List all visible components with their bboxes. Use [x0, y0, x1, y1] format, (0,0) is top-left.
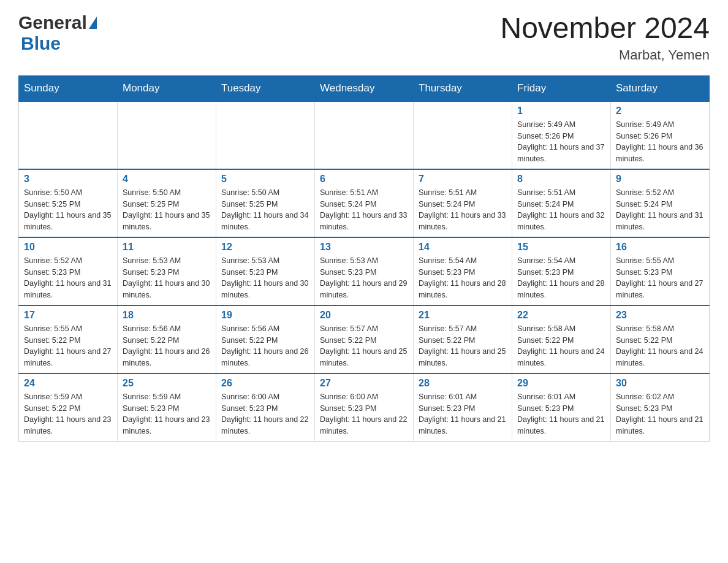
column-header-sunday: Sunday — [19, 75, 118, 101]
day-number: 7 — [419, 174, 507, 185]
day-number: 12 — [221, 242, 309, 253]
calendar-cell: 13Sunrise: 5:53 AM Sunset: 5:23 PM Dayli… — [315, 237, 414, 305]
calendar-cell: 28Sunrise: 6:01 AM Sunset: 5:23 PM Dayli… — [414, 373, 512, 442]
logo: General Blue — [18, 12, 97, 54]
day-number: 11 — [123, 242, 211, 253]
column-header-wednesday: Wednesday — [315, 75, 414, 101]
calendar-cell: 5Sunrise: 5:50 AM Sunset: 5:25 PM Daylig… — [216, 169, 315, 237]
day-info: Sunrise: 6:02 AM Sunset: 5:23 PM Dayligh… — [616, 391, 704, 437]
day-number: 6 — [320, 174, 408, 185]
calendar-cell: 22Sunrise: 5:58 AM Sunset: 5:22 PM Dayli… — [512, 305, 611, 373]
calendar-cell — [315, 101, 414, 169]
logo-general-text: General — [18, 12, 87, 33]
day-info: Sunrise: 6:00 AM Sunset: 5:23 PM Dayligh… — [221, 391, 309, 437]
calendar-cell: 25Sunrise: 5:59 AM Sunset: 5:23 PM Dayli… — [118, 373, 216, 442]
day-info: Sunrise: 5:50 AM Sunset: 5:25 PM Dayligh… — [24, 187, 112, 233]
calendar-cell: 14Sunrise: 5:54 AM Sunset: 5:23 PM Dayli… — [414, 237, 512, 305]
day-info: Sunrise: 5:51 AM Sunset: 5:24 PM Dayligh… — [320, 187, 408, 233]
day-info: Sunrise: 5:56 AM Sunset: 5:22 PM Dayligh… — [123, 323, 211, 369]
day-info: Sunrise: 5:56 AM Sunset: 5:22 PM Dayligh… — [221, 323, 309, 369]
page-header: General Blue November 2024 Marbat, Yemen — [18, 12, 710, 63]
day-number: 13 — [320, 242, 408, 253]
calendar-week-2: 3Sunrise: 5:50 AM Sunset: 5:25 PM Daylig… — [19, 169, 710, 237]
day-info: Sunrise: 5:52 AM Sunset: 5:24 PM Dayligh… — [616, 187, 704, 233]
day-info: Sunrise: 5:51 AM Sunset: 5:24 PM Dayligh… — [419, 187, 507, 233]
column-header-tuesday: Tuesday — [216, 75, 315, 101]
day-info: Sunrise: 5:54 AM Sunset: 5:23 PM Dayligh… — [419, 255, 507, 301]
calendar-cell: 29Sunrise: 6:01 AM Sunset: 5:23 PM Dayli… — [512, 373, 611, 442]
day-info: Sunrise: 5:49 AM Sunset: 5:26 PM Dayligh… — [616, 119, 704, 165]
day-number: 10 — [24, 242, 112, 253]
day-info: Sunrise: 5:58 AM Sunset: 5:22 PM Dayligh… — [616, 323, 704, 369]
day-info: Sunrise: 5:52 AM Sunset: 5:23 PM Dayligh… — [24, 255, 112, 301]
calendar-cell: 20Sunrise: 5:57 AM Sunset: 5:22 PM Dayli… — [315, 305, 414, 373]
day-info: Sunrise: 5:55 AM Sunset: 5:23 PM Dayligh… — [616, 255, 704, 301]
calendar-cell: 24Sunrise: 5:59 AM Sunset: 5:22 PM Dayli… — [19, 373, 118, 442]
day-number: 15 — [517, 242, 605, 253]
day-number: 28 — [419, 378, 507, 389]
day-number: 9 — [616, 174, 704, 185]
day-number: 26 — [221, 378, 309, 389]
day-info: Sunrise: 5:54 AM Sunset: 5:23 PM Dayligh… — [517, 255, 605, 301]
calendar-cell — [216, 101, 315, 169]
calendar-week-1: 1Sunrise: 5:49 AM Sunset: 5:26 PM Daylig… — [19, 101, 710, 169]
day-info: Sunrise: 5:57 AM Sunset: 5:22 PM Dayligh… — [419, 323, 507, 369]
day-number: 8 — [517, 174, 605, 185]
calendar-cell: 11Sunrise: 5:53 AM Sunset: 5:23 PM Dayli… — [118, 237, 216, 305]
day-number: 3 — [24, 174, 112, 185]
day-number: 24 — [24, 378, 112, 389]
title-block: November 2024 Marbat, Yemen — [500, 12, 710, 63]
calendar-cell: 15Sunrise: 5:54 AM Sunset: 5:23 PM Dayli… — [512, 237, 611, 305]
day-number: 27 — [320, 378, 408, 389]
day-number: 2 — [616, 105, 704, 117]
calendar-cell: 1Sunrise: 5:49 AM Sunset: 5:26 PM Daylig… — [512, 101, 611, 169]
day-info: Sunrise: 6:01 AM Sunset: 5:23 PM Dayligh… — [419, 391, 507, 437]
calendar-cell: 6Sunrise: 5:51 AM Sunset: 5:24 PM Daylig… — [315, 169, 414, 237]
day-number: 14 — [419, 242, 507, 253]
day-info: Sunrise: 5:53 AM Sunset: 5:23 PM Dayligh… — [221, 255, 309, 301]
day-number: 5 — [221, 174, 309, 185]
day-number: 20 — [320, 310, 408, 321]
day-info: Sunrise: 5:50 AM Sunset: 5:25 PM Dayligh… — [123, 187, 211, 233]
calendar-cell: 19Sunrise: 5:56 AM Sunset: 5:22 PM Dayli… — [216, 305, 315, 373]
calendar-week-3: 10Sunrise: 5:52 AM Sunset: 5:23 PM Dayli… — [19, 237, 710, 305]
day-info: Sunrise: 5:51 AM Sunset: 5:24 PM Dayligh… — [517, 187, 605, 233]
day-number: 18 — [123, 310, 211, 321]
day-info: Sunrise: 5:55 AM Sunset: 5:22 PM Dayligh… — [24, 323, 112, 369]
column-header-saturday: Saturday — [611, 75, 710, 101]
day-number: 23 — [616, 310, 704, 321]
calendar-cell: 4Sunrise: 5:50 AM Sunset: 5:25 PM Daylig… — [118, 169, 216, 237]
column-header-friday: Friday — [512, 75, 611, 101]
logo-line-2: Blue — [18, 33, 61, 54]
calendar-cell — [118, 101, 216, 169]
day-number: 30 — [616, 378, 704, 389]
day-number: 22 — [517, 310, 605, 321]
calendar-header-row: SundayMondayTuesdayWednesdayThursdayFrid… — [19, 75, 710, 101]
calendar-cell: 8Sunrise: 5:51 AM Sunset: 5:24 PM Daylig… — [512, 169, 611, 237]
day-info: Sunrise: 6:00 AM Sunset: 5:23 PM Dayligh… — [320, 391, 408, 437]
day-info: Sunrise: 5:59 AM Sunset: 5:22 PM Dayligh… — [24, 391, 112, 437]
calendar-cell: 17Sunrise: 5:55 AM Sunset: 5:22 PM Dayli… — [19, 305, 118, 373]
day-number: 21 — [419, 310, 507, 321]
main-title: November 2024 — [500, 12, 710, 45]
day-info: Sunrise: 5:53 AM Sunset: 5:23 PM Dayligh… — [123, 255, 211, 301]
day-info: Sunrise: 5:59 AM Sunset: 5:23 PM Dayligh… — [123, 391, 211, 437]
calendar-cell: 23Sunrise: 5:58 AM Sunset: 5:22 PM Dayli… — [611, 305, 710, 373]
calendar-cell — [414, 101, 512, 169]
column-header-monday: Monday — [118, 75, 216, 101]
calendar-cell: 26Sunrise: 6:00 AM Sunset: 5:23 PM Dayli… — [216, 373, 315, 442]
day-number: 19 — [221, 310, 309, 321]
day-info: Sunrise: 5:58 AM Sunset: 5:22 PM Dayligh… — [517, 323, 605, 369]
calendar-cell: 2Sunrise: 5:49 AM Sunset: 5:26 PM Daylig… — [611, 101, 710, 169]
logo-triangle-icon — [89, 17, 97, 29]
day-info: Sunrise: 5:53 AM Sunset: 5:23 PM Dayligh… — [320, 255, 408, 301]
calendar-table: SundayMondayTuesdayWednesdayThursdayFrid… — [18, 75, 710, 442]
calendar-cell: 9Sunrise: 5:52 AM Sunset: 5:24 PM Daylig… — [611, 169, 710, 237]
calendar-week-5: 24Sunrise: 5:59 AM Sunset: 5:22 PM Dayli… — [19, 373, 710, 442]
subtitle: Marbat, Yemen — [500, 47, 710, 63]
day-number: 16 — [616, 242, 704, 253]
day-number: 1 — [517, 105, 605, 117]
calendar-cell: 12Sunrise: 5:53 AM Sunset: 5:23 PM Dayli… — [216, 237, 315, 305]
day-number: 29 — [517, 378, 605, 389]
calendar-week-4: 17Sunrise: 5:55 AM Sunset: 5:22 PM Dayli… — [19, 305, 710, 373]
